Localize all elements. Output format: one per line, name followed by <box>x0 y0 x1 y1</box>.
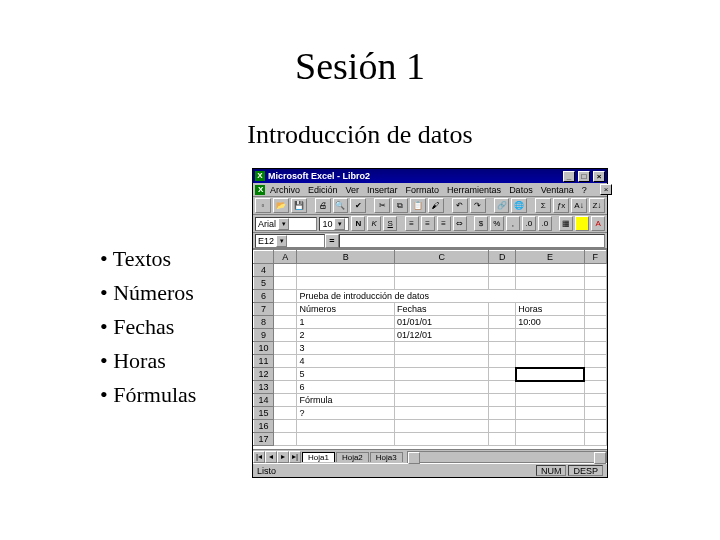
menu-insertar[interactable]: Insertar <box>364 185 401 195</box>
equals-button[interactable]: = <box>325 234 339 248</box>
cell-B10[interactable]: 3 <box>297 342 395 355</box>
minimize-button[interactable]: _ <box>563 171 575 182</box>
increase-decimal-icon[interactable]: .0 <box>522 216 536 231</box>
cell-C9[interactable]: 01/12/01 <box>395 329 489 342</box>
cell-F6[interactable] <box>584 290 606 303</box>
cell-B17[interactable] <box>297 433 395 446</box>
cell-D11[interactable] <box>489 355 516 368</box>
decrease-decimal-icon[interactable]: .0 <box>538 216 552 231</box>
cell-F4[interactable] <box>584 264 606 277</box>
cut-icon[interactable]: ✂ <box>374 198 390 213</box>
function-icon[interactable]: ƒx <box>553 198 569 213</box>
cell-B15[interactable]: ? <box>297 407 395 420</box>
row-header-14[interactable]: 14 <box>254 394 274 407</box>
cell-A14[interactable] <box>274 394 297 407</box>
cell-F8[interactable] <box>584 316 606 329</box>
row-header-13[interactable]: 13 <box>254 381 274 394</box>
cell-A9[interactable] <box>274 329 297 342</box>
italic-icon[interactable]: K <box>367 216 381 231</box>
cell-B8[interactable]: 1 <box>297 316 395 329</box>
font-color-icon[interactable]: A <box>591 216 605 231</box>
row-header-17[interactable]: 17 <box>254 433 274 446</box>
cell-F7[interactable] <box>584 303 606 316</box>
cell-F14[interactable] <box>584 394 606 407</box>
menu-herramientas[interactable]: Herramientas <box>444 185 504 195</box>
web-toolbar-icon[interactable]: 🌐 <box>511 198 527 213</box>
cell-F16[interactable] <box>584 420 606 433</box>
chevron-down-icon[interactable]: ▾ <box>278 218 289 230</box>
row-header-7[interactable]: 7 <box>254 303 274 316</box>
col-header-C[interactable]: C <box>395 251 489 264</box>
autosum-icon[interactable]: Σ <box>535 198 551 213</box>
merge-center-icon[interactable]: ⇔ <box>453 216 467 231</box>
align-left-icon[interactable]: ≡ <box>405 216 419 231</box>
cell-D8[interactable] <box>489 316 516 329</box>
tab-nav-first-icon[interactable]: |◂ <box>253 451 265 463</box>
row-header-12[interactable]: 12 <box>254 368 274 381</box>
align-center-icon[interactable]: ≡ <box>421 216 435 231</box>
percent-icon[interactable]: % <box>490 216 504 231</box>
currency-icon[interactable]: $ <box>474 216 488 231</box>
cell-B13[interactable]: 6 <box>297 381 395 394</box>
cell-E7[interactable]: Horas <box>516 303 584 316</box>
tab-nav-prev-icon[interactable]: ◂ <box>265 451 277 463</box>
bold-icon[interactable]: N <box>351 216 365 231</box>
cell-B12[interactable]: 5 <box>297 368 395 381</box>
cell-E5[interactable] <box>516 277 584 290</box>
redo-icon[interactable]: ↷ <box>470 198 486 213</box>
undo-icon[interactable]: ↶ <box>452 198 468 213</box>
col-header-B[interactable]: B <box>297 251 395 264</box>
cell-D4[interactable] <box>489 264 516 277</box>
tab-nav-next-icon[interactable]: ▸ <box>277 451 289 463</box>
maximize-button[interactable]: □ <box>578 171 590 182</box>
cell-D13[interactable] <box>489 381 516 394</box>
cell-C7[interactable]: Fechas <box>395 303 489 316</box>
cell-E8[interactable]: 10:00 <box>516 316 584 329</box>
cell-A11[interactable] <box>274 355 297 368</box>
align-right-icon[interactable]: ≡ <box>437 216 451 231</box>
cell-A13[interactable] <box>274 381 297 394</box>
cell-C14[interactable] <box>395 394 489 407</box>
cell-B14[interactable]: Fórmula <box>297 394 395 407</box>
cell-D10[interactable] <box>489 342 516 355</box>
chevron-down-icon[interactable]: ▾ <box>334 218 345 230</box>
font-size-combo[interactable]: 10 ▾ <box>319 217 349 231</box>
spellcheck-icon[interactable]: ✔ <box>350 198 366 213</box>
cell-D7[interactable] <box>489 303 516 316</box>
formula-bar[interactable] <box>339 234 605 248</box>
cell-C13[interactable] <box>395 381 489 394</box>
new-icon[interactable]: ▫ <box>255 198 271 213</box>
cell-D17[interactable] <box>489 433 516 446</box>
cell-A12[interactable] <box>274 368 297 381</box>
sort-asc-icon[interactable]: A↓ <box>571 198 587 213</box>
cell-B4[interactable] <box>297 264 395 277</box>
font-name-combo[interactable]: Arial ▾ <box>255 217 317 231</box>
cell-F9[interactable] <box>584 329 606 342</box>
cell-E16[interactable] <box>516 420 584 433</box>
sheet-tab-hoja2[interactable]: Hoja2 <box>336 452 369 462</box>
cell-D16[interactable] <box>489 420 516 433</box>
row-header-9[interactable]: 9 <box>254 329 274 342</box>
cell-B5[interactable] <box>297 277 395 290</box>
sheet-tab-hoja3[interactable]: Hoja3 <box>370 452 403 462</box>
cell-C16[interactable] <box>395 420 489 433</box>
row-header-16[interactable]: 16 <box>254 420 274 433</box>
cell-E10[interactable] <box>516 342 584 355</box>
print-icon[interactable]: 🖨 <box>315 198 331 213</box>
print-preview-icon[interactable]: 🔍 <box>333 198 349 213</box>
menu-edicion[interactable]: Edición <box>305 185 341 195</box>
cell-A7[interactable] <box>274 303 297 316</box>
row-header-15[interactable]: 15 <box>254 407 274 420</box>
cell-F15[interactable] <box>584 407 606 420</box>
titlebar[interactable]: X Microsoft Excel - Libro2 _ □ × <box>253 169 607 183</box>
cell-A15[interactable] <box>274 407 297 420</box>
cell-E15[interactable] <box>516 407 584 420</box>
mdi-close-button[interactable]: × <box>600 184 612 195</box>
cell-C10[interactable] <box>395 342 489 355</box>
chevron-down-icon[interactable]: ▾ <box>276 235 287 247</box>
cell-D12[interactable] <box>489 368 516 381</box>
cell-B7[interactable]: Números <box>297 303 395 316</box>
cell-E4[interactable] <box>516 264 584 277</box>
select-all-corner[interactable] <box>254 251 274 264</box>
col-header-E[interactable]: E <box>516 251 584 264</box>
